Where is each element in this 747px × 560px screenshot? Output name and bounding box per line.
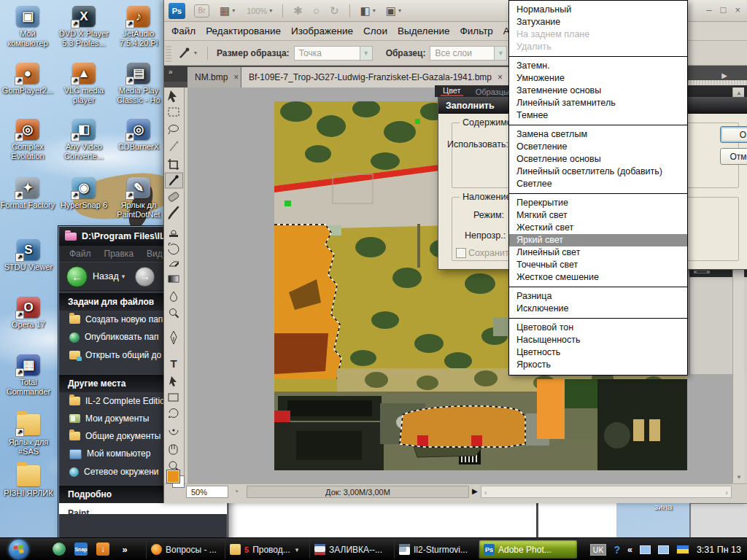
sample-size-select[interactable]: Точка ▼ [294, 46, 373, 61]
blend-mode-option-затемнение-основы[interactable]: Затемнение основы [509, 85, 687, 97]
blend-mode-option-разница[interactable]: Разница [509, 290, 687, 303]
arrange-documents-icon[interactable]: ◧ [360, 4, 371, 18]
blend-mode-option-жесткий-свет[interactable]: Жесткий свет [509, 222, 687, 234]
menu-фильтр[interactable]: Фильтр [460, 26, 492, 36]
quick-launch-hypersnap-icon[interactable]: Snap [74, 542, 88, 556]
explorer-menu-вид[interactable]: Вид [147, 249, 163, 259]
close-button[interactable]: × [735, 4, 740, 15]
dropdown-arrow-icon[interactable]: ▾ [373, 7, 376, 14]
blend-mode-option-нормальный[interactable]: Нормальный [509, 4, 687, 16]
blend-mode-option-цветность[interactable]: Цветность [509, 346, 687, 359]
flag-icon[interactable] [676, 545, 689, 554]
status-proxy-icon[interactable]: ▶ [472, 487, 478, 495]
scroll-right-icon[interactable]: › [725, 488, 728, 497]
blend-mode-option-линейный-осветлитель-добавит[interactable]: Линейный осветлитель (добавить) [509, 166, 687, 178]
menu-файл[interactable]: Файл [171, 26, 196, 36]
dropdown-arrow-icon[interactable]: ▾ [269, 7, 272, 14]
start-button[interactable] [9, 540, 28, 559]
desktop-icon-stdu-viewer[interactable]: SSTDU Viewer [1, 239, 56, 272]
hand-tool-icon[interactable]: ✱ [293, 4, 303, 18]
menu-изображение[interactable]: Изображение [291, 26, 353, 36]
desktop-icon-gomplayer2[interactable]: ●GomPlayer2... [0, 63, 55, 96]
network-monitor-icon[interactable] [658, 545, 669, 554]
document-tab-nm-bmp[interactable]: NM.bmp× [187, 67, 241, 88]
rotate-view-icon[interactable]: ↻ [330, 4, 339, 18]
task-button-вопросы[interactable]: Вопросы - ... [146, 540, 228, 559]
quick-launch-internet-icon[interactable] [53, 542, 66, 556]
sample-layers-select[interactable]: Все слои ▼ [430, 46, 507, 61]
scroll-down-icon[interactable]: ▼ [736, 474, 742, 481]
palette-tab-color[interactable]: Цвет [441, 86, 463, 96]
zoom-field[interactable]: 50% [186, 486, 228, 498]
explorer-menu-файл[interactable]: Файл [69, 249, 91, 259]
desktop-icon-різні-ярлик[interactable]: РІЗНІ ЯРЛИК [1, 465, 56, 498]
tools-panel-header[interactable]: » [164, 66, 187, 82]
horizontal-scrollbar[interactable]: ‹ › [481, 486, 732, 498]
desktop-icon-hypersnap-6[interactable]: ◉HyperSnap 6 [56, 177, 112, 210]
combo-arrow-icon[interactable]: ▼ [494, 47, 506, 60]
foreground-color[interactable] [166, 470, 180, 483]
desktop-icon-complex-evolution[interactable]: ◎Complex Evolution [0, 119, 55, 161]
ok-button[interactable]: ОК [720, 126, 747, 143]
zoom-level[interactable]: 100% [247, 7, 267, 15]
task-button-провод[interactable]: 5Провод...▾ [225, 540, 313, 559]
bridge-button[interactable]: Br [194, 4, 209, 18]
blend-mode-option-яркий-свет[interactable]: Яркий свет [509, 234, 687, 246]
desktop-icon-мой-компьютер[interactable]: ▣Мой компьютер [0, 6, 55, 48]
blend-mode-option-темнее[interactable]: Темнее [509, 109, 687, 122]
canopy-selection[interactable] [400, 406, 525, 447]
blend-mode-option-перекрытие[interactable]: Перекрытие [509, 197, 687, 209]
task-dropdown-icon[interactable]: ▾ [295, 546, 299, 553]
desktop-icon-vlc-media-player[interactable]: ▲VLC media player [56, 63, 112, 105]
blend-mode-option-насыщенность[interactable]: Насыщенность [509, 334, 687, 346]
task-button-заливка[interactable]: ЗАЛИВКА--... [309, 540, 392, 559]
desktop-icon-media-play-classic-ho[interactable]: ▤Media Play Classic - Ho [111, 63, 166, 105]
back-button-label[interactable]: Назад [93, 271, 119, 281]
taskbar-clock[interactable]: 3:31 Пн 13 [697, 545, 741, 555]
desktop-icon-total-commander[interactable]: ▦Total Commander [1, 354, 56, 397]
desktop-icon-format-factory[interactable]: ✦Format Factory [0, 177, 55, 210]
help-tray-icon[interactable]: ? [614, 544, 620, 556]
preserve-transparency-checkbox[interactable] [456, 248, 466, 258]
dropdown-arrow-icon[interactable]: ▾ [232, 7, 235, 14]
blend-mode-option-исключение[interactable]: Исключение [509, 303, 687, 315]
combo-arrow-icon[interactable]: ▼ [360, 47, 372, 60]
document-size-info[interactable]: Док: 3,00М/3,00М [247, 486, 469, 498]
recycle-bin-label-fragment[interactable]: зина [654, 502, 672, 511]
desktop-icon-ярлык-дл-paintdotnet[interactable]: ✎Ярлык дл PaintDotNet [111, 177, 166, 219]
blend-mode-option-линейный-затемнитель[interactable]: Линейный затемнитель [509, 97, 687, 109]
document-tab-bf-109e-7-trop-jg27-ludwig-f[interactable]: Bf-109E-7_Trop-JG27-Ludwig-Franzisket-El… [241, 67, 511, 88]
zoom-tool-icon[interactable]: ○ [313, 4, 320, 17]
blend-mode-option-светлее[interactable]: Светлее [509, 178, 687, 190]
menu-выделение[interactable]: Выделение [398, 26, 450, 36]
dropdown-arrow-icon[interactable]: ▾ [194, 50, 197, 56]
back-button[interactable]: ← [66, 266, 88, 287]
language-indicator[interactable]: UK [590, 544, 607, 556]
scroll-up-icon[interactable]: ▲ [736, 90, 742, 96]
back-dropdown-icon[interactable]: ▾ [122, 273, 125, 280]
explorer-menu-правка[interactable]: Правка [104, 249, 134, 259]
panel-grip[interactable] [166, 44, 171, 62]
desktop-icon-cdburnerx[interactable]: ◎CDBurnerX [111, 119, 166, 152]
cancel-button[interactable]: Отмена [720, 148, 747, 165]
dropdown-arrow-icon[interactable]: ▾ [398, 7, 401, 14]
blend-mode-option-затухание[interactable]: Затухание [509, 16, 687, 28]
task-button-adobe-phot[interactable]: PsAdobe Phot... [479, 540, 577, 559]
tray-collapse-icon[interactable]: « [627, 545, 632, 555]
tab-close-icon[interactable]: × [498, 72, 503, 82]
blend-mode-option-мягкий-свет[interactable]: Мягкий свет [509, 209, 687, 222]
blend-mode-option-жесткое-смешение[interactable]: Жесткое смешение [509, 271, 687, 284]
maximize-button[interactable]: □ [721, 4, 727, 15]
desktop-icon-ярлык-для-sas[interactable]: Ярлык для #SAS [1, 414, 56, 456]
quick-launch-download-icon[interactable]: ↓ [96, 542, 109, 556]
blend-mode-option-затемн[interactable]: Затемн. [509, 60, 687, 72]
task-button-il2-sturmovi[interactable]: Il2-Sturmovi... [394, 540, 482, 559]
blend-mode-option-цветовой-тон[interactable]: Цветовой тон [509, 322, 687, 334]
scroll-left-icon[interactable]: ‹ [484, 488, 487, 497]
menu-редактирование[interactable]: Редактирование [206, 26, 281, 36]
desktop-icon-dvd-x-player-5-3-profes[interactable]: XDVD X Player 5.3 Profes... [56, 6, 112, 48]
foreground-color-swatch[interactable] [166, 470, 185, 488]
blend-mode-option-замена-светлым[interactable]: Замена светлым [509, 128, 687, 141]
blend-mode-option-умножение[interactable]: Умножение [509, 72, 687, 85]
minimize-button[interactable]: – [706, 4, 711, 15]
